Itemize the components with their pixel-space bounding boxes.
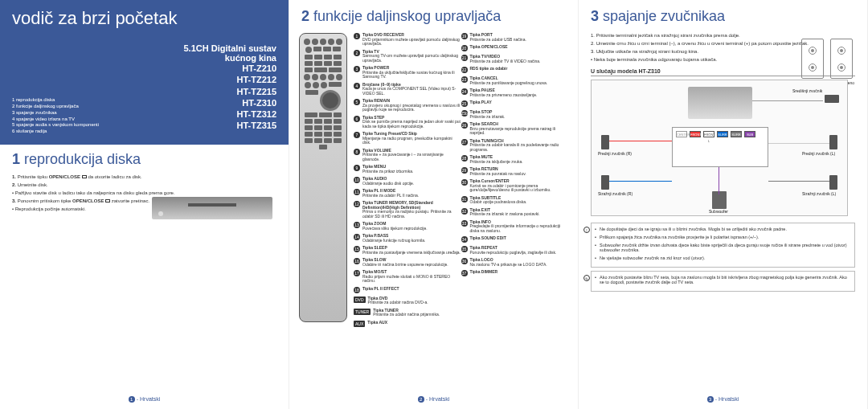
legend-txt: Tipka SLEEPPritisnite za postavljanje vr… — [362, 246, 461, 255]
remote-btn — [324, 55, 332, 59]
remote-btn — [305, 125, 313, 130]
section-3-num: 3 — [591, 8, 599, 24]
legend-item: 14Tipka P.BASSOdabiranje funkcije ručnog… — [354, 234, 461, 243]
legend-item: 30Tipka Cursor/ENTERKoristi se za odabir… — [461, 179, 569, 193]
legend-num: 3 — [354, 66, 360, 72]
s1b: OPEN/CLOSE — [49, 174, 82, 179]
legend-tag: DVD — [354, 297, 366, 303]
remote-btn — [305, 55, 313, 59]
legend-item: AUXTipka AUX — [354, 321, 461, 327]
legend-item: 25Tipka PLAY — [461, 100, 569, 107]
wire — [752, 100, 823, 101]
legend-num: 33 — [461, 220, 468, 227]
remote-btn — [336, 39, 342, 45]
note2-list: Ako zvučnik postavite blizu TV seta, boj… — [595, 275, 851, 284]
legend-item: 15Tipka SLEEPPritisnite za postavljanje … — [354, 246, 461, 255]
legend-item: 23Tipka CANCELPritisnite za poništavanje… — [461, 76, 569, 85]
legend-item: 9Tipke MENUPritisnite za prikaz izbornik… — [354, 165, 461, 174]
remote-btn — [305, 67, 313, 72]
remote-illustration — [299, 33, 347, 322]
term-red — [830, 39, 853, 79]
legend-num: 6 — [354, 116, 360, 122]
p3s1t: Pritisnite terminalni jezičak na stražnj… — [596, 33, 740, 38]
s3a: Ponovnim pritiskom tipke — [18, 198, 72, 203]
legend-txt: Tipka SOUND EDIT — [470, 236, 506, 241]
s2n: 2. — [12, 182, 16, 187]
legend-item: 7Tipke Tuning Preset/CD SkipMijenjanje n… — [354, 132, 461, 145]
legend-num: 31 — [461, 196, 468, 202]
jack-icon — [809, 63, 817, 72]
legend-txt: Tipka PL II MODEPritisnite za odabir PL … — [362, 189, 419, 198]
wire — [609, 141, 672, 141]
main-unit — [688, 87, 752, 119]
remote-btn — [324, 61, 332, 66]
legend-num: 12 — [354, 201, 360, 207]
note-line: Ako zvučnik postavite blizu TV seta, boj… — [595, 275, 851, 284]
legend-txt: Tipka RETURNPritisnite za povratak na na… — [470, 167, 526, 176]
legend-txt: Tipka POWERPritisnite da uključite/isklj… — [362, 66, 461, 80]
legend-txt: Tipke Tuning Preset/CD SkipMijenjanje na… — [362, 132, 461, 145]
remote-btn — [334, 138, 342, 143]
legend-num: 19 — [461, 33, 468, 39]
wire — [768, 181, 829, 182]
p3s1n: 1. — [591, 33, 595, 38]
toc-1: 2 funkcije daljinskog upravljača — [12, 104, 99, 110]
remote-btn — [314, 55, 322, 59]
lang-2: - Hrvatski — [426, 396, 450, 402]
note1-list: Ne dopuštajte djeci da se igraju sa ili … — [595, 227, 851, 260]
sys-line1: 5.1CH Digitalni sustav — [12, 43, 276, 53]
remote-btn — [334, 112, 342, 117]
remote-btn — [305, 47, 312, 53]
legend-item: 1Tipka DVD RECEIVERDVD prijamnikom možet… — [354, 33, 461, 47]
legend-txt: Tipka STOPPritisnite za izlazak. — [470, 110, 506, 119]
legend-txt: Tipka Cursor/ENTERKoristi se za odabir i… — [470, 179, 569, 193]
legend-txt: Tipka SLOWOdabire tri načina brzine uspo… — [362, 258, 448, 267]
legend-txt: Tipka MO/STRadio prijam možete slušati u… — [362, 270, 461, 284]
legend-txt: Tipka DVDPritisnite za odabir načina DVD… — [368, 297, 428, 305]
remote-btn — [334, 61, 342, 66]
legend-item: 25bTipka STOPPritisnite za izlazak. — [461, 110, 569, 119]
legend-num: 36 — [461, 258, 468, 264]
legend-num: 24 — [461, 88, 468, 95]
p3s3n: 3. — [591, 49, 595, 54]
legend-item: 8Tipka VOLUMEPritisnite + za povećavanje… — [354, 149, 461, 162]
remote-btn — [334, 55, 342, 59]
legend-txt: Tipka TUNER MEMORY, SD(Standard Definiti… — [362, 201, 461, 219]
legend-txt: Tipka LOGONa zaslonu TV-a prikazuje se L… — [470, 258, 547, 267]
remote-btn — [328, 74, 334, 80]
s2a: Umetnite disk. — [18, 182, 48, 187]
legend-item: 3Tipka POWERPritisnite da uključite/iskl… — [354, 66, 461, 80]
legend-num: 22 — [461, 67, 468, 73]
legend-item: 19Tipka PORTPritisnite za odabir USB nač… — [461, 33, 569, 42]
guide-title: vodič za brzi početak — [12, 8, 276, 29]
remote-btn — [328, 39, 334, 45]
note-warning: ! Ne dopuštajte djeci da se igraju sa il… — [591, 223, 855, 268]
legend-txt: Tipka MUTEPritisnite za isključenje zvuk… — [470, 155, 523, 164]
s1c: da otvorite ladicu za disk. — [87, 174, 142, 179]
legend-num: 10 — [354, 177, 360, 183]
lbl-center: Središnji zvučnik — [792, 88, 822, 93]
p3s2t: Umetnite crnu žicu u crni terminal (–), … — [596, 41, 809, 46]
remote-btn — [305, 112, 317, 117]
legend-txt: Tipka STEPDisk se pomiče prema naprijed … — [362, 116, 461, 129]
legend-item: 22RDS tipke za odabir — [461, 67, 569, 73]
toc-0: 1 reprodukcija diska — [12, 97, 99, 104]
note-info: ✎ Ako zvučnik postavite blizu TV seta, b… — [591, 271, 855, 292]
legend-num: 21 — [461, 55, 468, 61]
legend-txt: Tipka REPEATPonovite reprodukciju poglav… — [470, 246, 557, 255]
legend-num: 8 — [354, 149, 360, 155]
legend-num: 9 — [354, 165, 360, 171]
legend-item: 32Tipka EXITPritisnite za izlazak iz zas… — [461, 208, 569, 217]
remote-btn — [305, 61, 313, 66]
legend-txt: Tipka REMAINZa provjeru ukupnog i preost… — [362, 99, 461, 112]
remote-btn — [336, 74, 342, 80]
note-line: Ne vješajte subwoofer zvučnik na zid kro… — [595, 256, 851, 260]
legend-txt: Tipka AUDIOOdabiranje audio disk opcije. — [362, 177, 414, 186]
terminal-illustration — [801, 39, 853, 79]
remote-btn — [304, 39, 310, 45]
legend-txt: Tipka TUNING/CHPritisnite za odabir kana… — [470, 139, 569, 153]
legend-txt: RDS tipke za odabir — [470, 67, 508, 72]
legend-num: 25 — [461, 100, 468, 107]
legend-num: 23 — [461, 76, 468, 83]
remote-btn — [305, 90, 318, 95]
